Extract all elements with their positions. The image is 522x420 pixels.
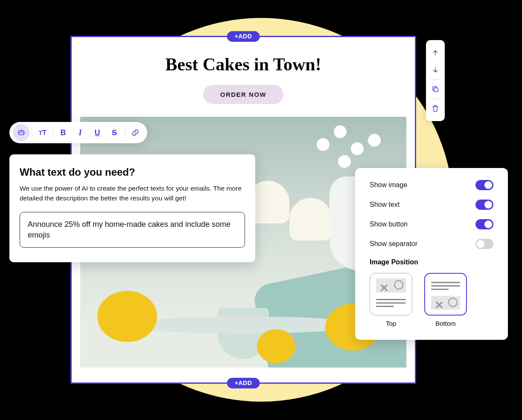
image-position-label: Image Position <box>370 258 493 266</box>
hero-title[interactable]: Best Cakes in Town! <box>72 54 415 75</box>
block-settings-panel: Show image Show text Show button Show se… <box>355 168 508 340</box>
show-button-toggle[interactable] <box>475 219 493 229</box>
bold-button[interactable]: B <box>55 124 72 141</box>
ai-assist-button[interactable] <box>13 124 30 141</box>
add-label: +ADD <box>235 379 252 386</box>
position-label: Top <box>370 320 412 327</box>
add-label: +ADD <box>235 33 252 40</box>
arrow-down-icon <box>432 66 439 74</box>
block-actions-bar <box>426 40 445 121</box>
trash-icon <box>432 104 439 112</box>
text-size-button[interactable] <box>34 124 51 141</box>
svg-rect-4 <box>24 132 25 133</box>
robot-icon <box>17 128 26 137</box>
svg-rect-3 <box>18 132 19 133</box>
italic-button[interactable]: I <box>72 124 89 141</box>
toggle-label: Show image <box>370 181 407 189</box>
add-block-bottom-button[interactable]: +ADD <box>227 378 260 388</box>
layout-thumb-text-icon <box>376 296 406 310</box>
svg-rect-0 <box>19 131 24 135</box>
ai-panel-description: We use the power of AI to create the per… <box>20 183 245 203</box>
arrow-up-icon <box>432 49 439 57</box>
strikethrough-button[interactable]: S <box>106 124 123 141</box>
add-block-top-button[interactable]: +ADD <box>227 31 260 42</box>
layout-thumb-image-icon <box>431 296 460 310</box>
ai-text-panel: What text do you need? We use the power … <box>9 154 255 262</box>
layout-thumb-image-icon <box>376 278 406 293</box>
link-icon <box>131 128 140 137</box>
order-now-button[interactable]: ORDER NOW <box>203 85 284 104</box>
toggle-label: Show text <box>370 201 400 209</box>
move-down-button[interactable] <box>428 61 443 78</box>
svg-rect-5 <box>434 88 438 92</box>
ai-panel-title: What text do you need? <box>20 166 245 178</box>
show-separator-toggle[interactable] <box>475 239 493 249</box>
copy-icon <box>432 85 439 93</box>
duplicate-button[interactable] <box>428 81 443 98</box>
svg-point-2 <box>22 132 23 133</box>
move-up-button[interactable] <box>428 44 443 61</box>
toggle-show-button: Show button <box>370 219 493 229</box>
link-button[interactable] <box>127 124 144 141</box>
ai-prompt-input[interactable] <box>20 212 245 248</box>
show-image-toggle[interactable] <box>475 180 493 190</box>
show-text-toggle[interactable] <box>475 200 493 210</box>
toggle-label: Show separator <box>370 240 417 248</box>
delete-button[interactable] <box>428 100 443 117</box>
image-position-top[interactable]: Top <box>370 273 412 327</box>
toggle-show-text: Show text <box>370 200 493 210</box>
svg-point-1 <box>20 132 21 133</box>
position-label: Bottom <box>424 320 467 327</box>
layout-thumb-text-icon <box>431 279 460 293</box>
text-format-toolbar: B I U S <box>9 122 147 143</box>
toggle-show-image: Show image <box>370 180 493 190</box>
underline-button[interactable]: U <box>89 124 106 141</box>
image-position-options: Top Bottom <box>370 273 493 327</box>
text-size-icon <box>38 128 47 137</box>
toggle-label: Show button <box>370 220 408 228</box>
toggle-show-separator: Show separator <box>370 239 493 249</box>
image-position-bottom[interactable]: Bottom <box>424 273 467 327</box>
